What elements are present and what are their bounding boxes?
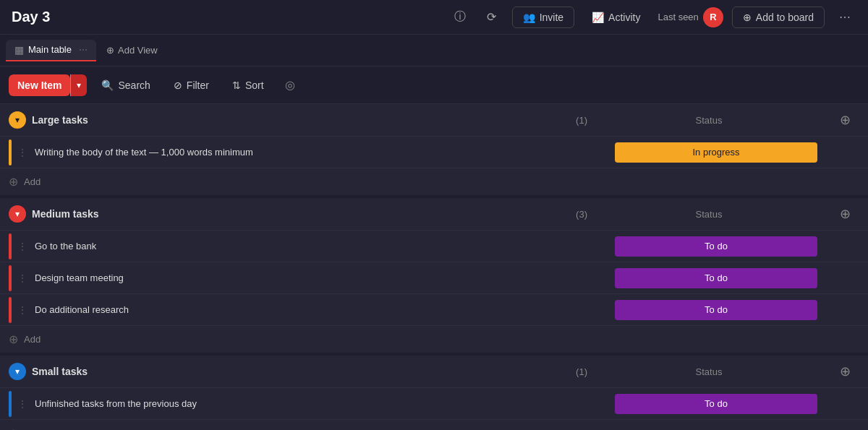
- filter-label: Filter: [187, 79, 209, 91]
- sort-label: Sort: [245, 79, 264, 91]
- header-left: Day 3: [12, 9, 50, 25]
- status-badge[interactable]: In progress: [615, 142, 817, 163]
- new-item-dropdown-button[interactable]: ▾: [70, 74, 87, 96]
- group-left-large: Large tasks(1): [32, 114, 587, 126]
- info-button[interactable]: ⓘ: [448, 6, 472, 29]
- sort-button[interactable]: ⇅ Sort: [224, 75, 273, 95]
- activity-label: Activity: [608, 12, 640, 23]
- row-status: To do: [608, 236, 825, 257]
- sort-icon: ⇅: [232, 79, 241, 91]
- page-title: Day 3: [12, 9, 50, 25]
- new-item-button[interactable]: New Item: [9, 74, 70, 96]
- add-view-label: Add View: [118, 45, 158, 56]
- drag-handle-icon[interactable]: ⋮: [17, 272, 29, 284]
- task-title: Unfinished tasks from the previous day: [35, 395, 602, 412]
- add-icon: ⊕: [743, 12, 752, 23]
- refresh-button[interactable]: ⟳: [480, 6, 503, 29]
- new-item-group: New Item ▾: [9, 74, 87, 96]
- status-badge[interactable]: To do: [615, 394, 817, 414]
- add-row-label: Add: [24, 334, 41, 345]
- task-title: Do additional research: [35, 301, 602, 318]
- group-add-column-button[interactable]: ⊕: [830, 112, 859, 128]
- group-left-medium: Medium tasks(3): [32, 208, 587, 220]
- add-row-button[interactable]: ⊕Add: [0, 168, 868, 195]
- table-icon: ▦: [14, 44, 24, 56]
- eye-off-icon: ◎: [285, 78, 295, 92]
- table-row[interactable]: ⋮Unfinished tasks from the previous dayT…: [0, 387, 868, 419]
- drag-handle-icon[interactable]: ⋮: [17, 241, 29, 252]
- group-medium: ▾Medium tasks(3)Status⊕⋮Go to the bankTo…: [0, 198, 868, 353]
- search-icon: 🔍: [101, 79, 114, 91]
- hide-button[interactable]: ◎: [278, 74, 302, 97]
- filter-icon: ⊘: [174, 79, 182, 91]
- row-status: In progress: [608, 142, 825, 163]
- group-status-header: Status: [593, 115, 825, 126]
- status-badge[interactable]: To do: [615, 236, 817, 257]
- table-row[interactable]: ⋮Writing the body of the text — 1,000 wo…: [0, 136, 868, 168]
- drag-handle-icon[interactable]: ⋮: [17, 304, 29, 316]
- task-title: Go to the bank: [35, 238, 602, 254]
- search-label: Search: [118, 79, 150, 91]
- tab-options-icon: ⋯: [79, 45, 88, 55]
- users-icon: 👥: [523, 12, 535, 23]
- activity-button[interactable]: 📈 Activity: [583, 7, 649, 27]
- group-toggle-button[interactable]: ▾: [9, 111, 26, 129]
- more-icon: ⋯: [839, 10, 851, 24]
- group-left-small: Small tasks(1): [32, 366, 587, 377]
- group-header-medium[interactable]: ▾Medium tasks(3)Status⊕: [0, 198, 868, 230]
- last-seen: Last seen R: [658, 7, 723, 27]
- refresh-icon: ⟳: [487, 10, 496, 24]
- group-count: (1): [576, 115, 587, 126]
- group-large: ▾Large tasks(1)Status⊕⋮Writing the body …: [0, 104, 868, 195]
- add-row-button[interactable]: ⊕Add: [0, 325, 868, 353]
- status-badge[interactable]: To do: [615, 300, 817, 320]
- add-row-label: Add: [24, 176, 41, 187]
- tab-main-table[interactable]: ▦ Main table ⋯: [6, 40, 96, 61]
- tab-bar: ▦ Main table ⋯ ⊕ Add View: [0, 35, 868, 66]
- invite-button[interactable]: 👥 Invite: [512, 7, 574, 28]
- row-accent: [9, 233, 12, 259]
- activity-icon: 📈: [592, 12, 604, 23]
- tab-main-table-label: Main table: [28, 44, 72, 55]
- header: Day 3 ⓘ ⟳ 👥 Invite 📈 Activity Last seen …: [0, 0, 868, 35]
- add-row-button[interactable]: ⊕Add: [0, 419, 868, 430]
- row-accent: [9, 265, 12, 291]
- search-button[interactable]: 🔍 Search: [93, 75, 158, 95]
- drag-handle-icon[interactable]: ⋮: [17, 147, 29, 158]
- filter-button[interactable]: ⊘ Filter: [165, 75, 218, 95]
- header-right: ⓘ ⟳ 👥 Invite 📈 Activity Last seen R ⊕ Ad…: [448, 6, 856, 29]
- row-accent: [9, 297, 12, 323]
- toolbar: New Item ▾ 🔍 Search ⊘ Filter ⇅ Sort ◎: [0, 66, 868, 104]
- info-icon: ⓘ: [454, 9, 466, 25]
- group-toggle-button[interactable]: ▾: [9, 363, 26, 380]
- group-title: Large tasks: [32, 114, 564, 126]
- table-row[interactable]: ⋮Go to the bankTo do: [0, 230, 868, 262]
- drag-handle-icon[interactable]: ⋮: [17, 398, 29, 410]
- add-view-button[interactable]: ⊕ Add View: [99, 41, 165, 59]
- avatar: R: [703, 7, 723, 27]
- row-status: To do: [608, 394, 825, 414]
- table-row[interactable]: ⋮Design team meetingTo do: [0, 262, 868, 293]
- chevron-down-icon: ▾: [77, 80, 81, 90]
- group-toggle-button[interactable]: ▾: [9, 205, 26, 223]
- status-badge[interactable]: To do: [615, 268, 817, 288]
- more-options-button[interactable]: ⋯: [833, 6, 856, 29]
- group-small: ▾Small tasks(1)Status⊕⋮Unfinished tasks …: [0, 356, 868, 430]
- add-to-board-button[interactable]: ⊕ Add to board: [732, 7, 825, 28]
- last-seen-label: Last seen: [658, 12, 698, 22]
- invite-label: Invite: [540, 12, 563, 23]
- table-row[interactable]: ⋮Do additional researchTo do: [0, 293, 868, 325]
- group-add-column-button[interactable]: ⊕: [830, 206, 859, 222]
- group-status-header: Status: [593, 366, 825, 377]
- row-accent: [9, 139, 12, 165]
- group-add-column-button[interactable]: ⊕: [830, 364, 859, 379]
- group-count: (3): [576, 209, 587, 220]
- task-title: Design team meeting: [35, 270, 602, 286]
- add-to-board-label: Add to board: [756, 12, 814, 23]
- row-status: To do: [608, 268, 825, 288]
- add-view-plus-icon: ⊕: [106, 45, 114, 56]
- group-header-large[interactable]: ▾Large tasks(1)Status⊕: [0, 104, 868, 136]
- group-header-small[interactable]: ▾Small tasks(1)Status⊕: [0, 356, 868, 387]
- content: ▾Large tasks(1)Status⊕⋮Writing the body …: [0, 104, 868, 430]
- row-status: To do: [608, 300, 825, 320]
